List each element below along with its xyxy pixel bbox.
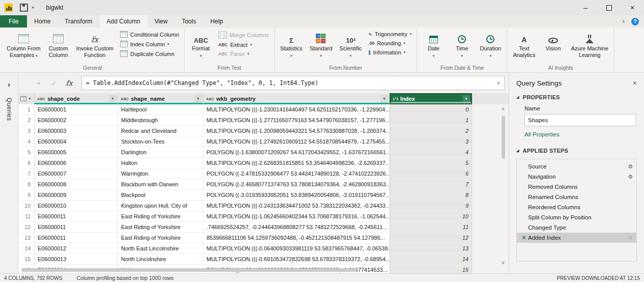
row-number[interactable]: 13 bbox=[18, 233, 35, 243]
query-name-input[interactable] bbox=[524, 114, 636, 126]
information-button[interactable]: ℹInformation▾ bbox=[366, 49, 414, 56]
close-button[interactable]: × bbox=[621, 0, 644, 15]
tab-file[interactable]: File bbox=[0, 15, 27, 27]
step-settings-gear-icon[interactable]: ⚙ bbox=[628, 163, 634, 170]
row-number[interactable]: 6 bbox=[18, 158, 35, 168]
row-number[interactable]: 10 bbox=[18, 201, 35, 211]
filter-icon[interactable]: ▾ bbox=[109, 95, 116, 103]
cell-index[interactable]: 0 bbox=[390, 104, 472, 115]
conditional-column-button[interactable]: Conditional Column bbox=[118, 31, 181, 38]
step-source[interactable]: Source⚙ bbox=[517, 161, 636, 172]
formula-expand-icon[interactable]: ∨ bbox=[496, 80, 500, 86]
cell-wkb-geometry[interactable]: POLYGON ((-3.01935933952051 53.838942005… bbox=[203, 190, 390, 201]
standard-button[interactable]: +−×÷Standard▾ bbox=[306, 29, 336, 59]
cell-wkb-geometry[interactable]: MULTIPOLYGON (((-2.6268351815851 53.3546… bbox=[203, 158, 390, 168]
formula-input[interactable]: = Table.AddIndexColumn(#"Changed Type", … bbox=[81, 76, 505, 90]
duplicate-column-button[interactable]: Duplicate Column bbox=[118, 50, 181, 58]
cell-index[interactable]: 1 bbox=[390, 115, 472, 126]
cell-index[interactable]: 3 bbox=[390, 136, 472, 147]
scroll-down-icon[interactable]: ∨ bbox=[501, 260, 505, 265]
minimize-button[interactable]: – bbox=[574, 0, 597, 15]
save-icon[interactable] bbox=[20, 4, 28, 12]
format-button[interactable]: ABCFormat▾ bbox=[187, 29, 215, 59]
maximize-button[interactable] bbox=[597, 0, 621, 15]
cell-wkb-geometry[interactable]: MULTIPOLYGON (((-1.20098059443321 54.577… bbox=[203, 126, 390, 136]
properties-section-header[interactable]: ◢ PROPERTIES bbox=[509, 92, 644, 102]
cell-shape-name[interactable]: Kingston upon Hull, City of bbox=[118, 201, 203, 211]
cell-shape-code[interactable]: E06000001 bbox=[35, 104, 118, 115]
horizontal-scrollbar-thumb[interactable] bbox=[21, 268, 357, 272]
step-renamed-columns[interactable]: Renamed Columns bbox=[517, 192, 636, 202]
cell-shape-code[interactable]: E06000002 bbox=[35, 115, 118, 126]
row-number[interactable]: 12 bbox=[18, 222, 35, 233]
profiling-status[interactable]: Column profiling based on top 1000 rows bbox=[76, 275, 173, 281]
cell-shape-name[interactable]: Redcar and Cleveland bbox=[118, 126, 203, 136]
row-number[interactable]: 1 bbox=[18, 104, 35, 115]
scientific-button[interactable]: 10²Scientific▾ bbox=[336, 29, 365, 59]
cell-index[interactable]: 2 bbox=[390, 126, 472, 136]
cell-wkb-geometry[interactable]: 8539666811106 54.1259736092488, -0.45212… bbox=[203, 233, 390, 243]
collapse-ribbon-icon[interactable]: ∧ bbox=[622, 19, 625, 24]
duration-button[interactable]: Duration▾ bbox=[476, 29, 505, 59]
filter-icon[interactable]: ▾ bbox=[194, 95, 202, 103]
row-number[interactable]: 5 bbox=[18, 147, 35, 158]
step-settings-gear-icon[interactable]: ⚙ bbox=[628, 174, 634, 180]
step-changed-type[interactable]: Changed Type bbox=[517, 222, 636, 233]
step-split-column-by-position[interactable]: Split Column by Position bbox=[517, 212, 636, 222]
tab-home[interactable]: Home bbox=[27, 15, 57, 27]
cell-shape-code[interactable]: E06000009 bbox=[35, 190, 118, 201]
vision-button[interactable]: Vision bbox=[539, 29, 567, 52]
row-number[interactable]: 15 bbox=[18, 254, 35, 265]
cell-index[interactable]: 7 bbox=[390, 179, 472, 190]
cell-shape-name[interactable]: Halton bbox=[118, 158, 203, 168]
cell-shape-code[interactable]: E06000004 bbox=[35, 136, 118, 147]
step-added-index[interactable]: ×Added Index⚙ bbox=[517, 233, 636, 243]
cell-index[interactable]: 6 bbox=[390, 168, 472, 179]
scroll-up-icon[interactable]: ∧ bbox=[501, 106, 505, 111]
row-number[interactable]: 3 bbox=[18, 126, 35, 136]
cell-shape-name[interactable]: North East Lincolnshire bbox=[118, 243, 203, 254]
time-button[interactable]: Time▾ bbox=[448, 29, 476, 59]
select-all-corner[interactable]: ▾ bbox=[18, 93, 35, 104]
step-removed-columns[interactable]: Removed Columns bbox=[517, 182, 636, 192]
text-analytics-button[interactable]: ATextAnalytics bbox=[509, 29, 539, 59]
cell-wkb-geometry[interactable]: .7466925524257, -0.244643968808277 53.74… bbox=[203, 222, 390, 233]
row-number[interactable]: 9 bbox=[18, 190, 35, 201]
cell-shape-name[interactable]: Blackburn with Darwen bbox=[118, 179, 203, 190]
tab-add-column[interactable]: Add Column bbox=[100, 15, 148, 27]
table-menu-icon[interactable]: ▾ bbox=[27, 95, 33, 103]
cell-shape-name[interactable]: East Riding of Yorkshire bbox=[118, 222, 203, 233]
vertical-scrollbar[interactable]: ∧ ∨ bbox=[500, 106, 507, 265]
cell-index[interactable]: 10 bbox=[390, 211, 472, 222]
row-number[interactable]: 11 bbox=[18, 211, 35, 222]
cell-shape-name[interactable]: Darlington bbox=[118, 147, 203, 158]
row-number[interactable]: 7 bbox=[18, 168, 35, 179]
cell-index[interactable]: 15 bbox=[390, 265, 472, 273]
cell-wkb-geometry[interactable]: MULTIPOLYGON (((-1.23001416440497 54.625… bbox=[203, 104, 390, 115]
cell-shape-name[interactable]: North Lincolnshire bbox=[118, 254, 203, 265]
column-header-wkb-geometry[interactable]: ABCwkb_geometry▾ bbox=[203, 93, 390, 104]
statistics-button[interactable]: ΣStatistics▾ bbox=[277, 29, 306, 59]
index-column-button[interactable]: Index Column▾ bbox=[118, 40, 181, 48]
cell-wkb-geometry[interactable]: POLYGON ((-2.46580771374763 53.780813407… bbox=[203, 179, 390, 190]
parse-button[interactable]: ABCParse▾ bbox=[216, 50, 271, 58]
cell-index[interactable]: 4 bbox=[390, 147, 472, 158]
cell-wkb-geometry[interactable]: POLYGON ((-1.63800071209267 54.617204342… bbox=[203, 147, 390, 158]
column-header-shape-name[interactable]: ABCshape_name▾ bbox=[118, 93, 203, 104]
row-number[interactable]: 14 bbox=[18, 243, 35, 254]
expand-queries-icon[interactable]: › bbox=[8, 80, 10, 89]
cell-shape-name[interactable]: Stockton-on-Tees bbox=[118, 136, 203, 147]
cell-shape-name[interactable]: Blackpool bbox=[118, 190, 203, 201]
cell-shape-code[interactable]: E06000012 bbox=[35, 243, 118, 254]
tab-help[interactable]: Help bbox=[203, 15, 230, 27]
help-icon[interactable]: ? bbox=[631, 18, 639, 25]
column-header-shape-code[interactable]: ABCshape_code▾ bbox=[35, 93, 118, 104]
cell-shape-code[interactable]: E06000011 bbox=[35, 222, 118, 233]
quick-access-caret-icon[interactable]: ▾ bbox=[32, 6, 34, 10]
cell-shape-code[interactable]: E06000006 bbox=[35, 158, 118, 168]
azure-machine-learning-button[interactable]: Azure MachineLearning bbox=[567, 29, 611, 59]
cell-shape-name[interactable]: Middlesbrough bbox=[118, 115, 203, 126]
tab-transform[interactable]: Transform bbox=[57, 15, 99, 27]
cell-wkb-geometry[interactable]: MULTIPOLYGON (((-1.06245660402344 53.706… bbox=[203, 211, 390, 222]
queries-pane-collapsed[interactable]: › Queries bbox=[0, 73, 18, 273]
